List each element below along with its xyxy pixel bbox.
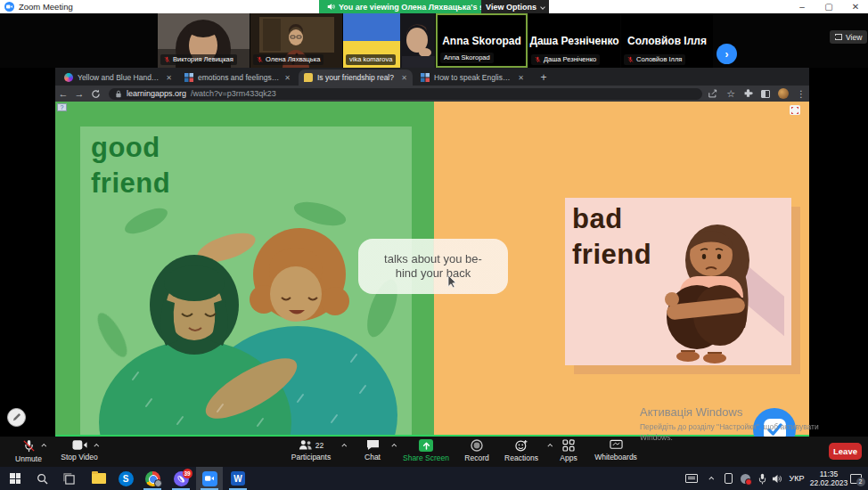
view-options-label: View Options <box>486 3 536 12</box>
video-tile-soloviov[interactable]: Соловйов Ілля Соловйов Ілля <box>621 13 713 68</box>
participant-name-label: Виктория Левицкая <box>160 54 237 65</box>
browser-tab-2[interactable]: emotions and feelings - Відпові ✕ <box>179 69 296 86</box>
help-window-icon[interactable]: ? <box>57 103 67 111</box>
tab-close-icon[interactable]: ✕ <box>284 74 291 82</box>
participant-name: Олена Ляхвацька <box>266 55 320 63</box>
browser-tab-4[interactable]: How to speak English ? To do li ✕ <box>415 69 529 86</box>
tab-close-icon[interactable]: ✕ <box>401 74 407 82</box>
good-friend-title: good friend <box>91 130 170 201</box>
video-tile-vika[interactable]: vika komarova <box>343 13 435 68</box>
leave-button[interactable]: Leave <box>829 443 862 460</box>
clock-date: 22.02.2023 <box>809 478 848 487</box>
participants-count: 22 <box>315 441 323 450</box>
participant-name: Даша Резніченко <box>544 55 596 63</box>
tab-close-icon[interactable]: ✕ <box>166 74 172 82</box>
task-view-icon <box>63 473 75 485</box>
tray-status-button[interactable] <box>736 467 754 490</box>
whiteboards-label: Whiteboards <box>594 453 637 461</box>
video-tile-viktoria[interactable]: Виктория Левицкая <box>158 13 250 68</box>
tab-title: Yellow and Blue Handwritten So <box>78 73 161 82</box>
chat-options-chevron[interactable] <box>391 444 397 449</box>
side-panel-icon[interactable] <box>761 90 770 98</box>
browser-tab-1[interactable]: Yellow and Blue Handwritten So ✕ <box>59 69 177 86</box>
tray-overflow-button[interactable] <box>704 467 720 490</box>
skype-button[interactable]: S <box>112 467 139 490</box>
stop-video-button[interactable]: Stop Video <box>57 439 102 461</box>
close-button[interactable]: ✕ <box>843 0 868 13</box>
notification-center-button[interactable]: 2 <box>845 467 866 490</box>
task-view-button[interactable] <box>55 467 82 490</box>
participants-options-chevron[interactable] <box>341 444 347 449</box>
address-bar[interactable]: learningapps.org/watch?v=p3rm433qk23 <box>109 88 702 100</box>
muted-mic-icon <box>164 56 170 63</box>
participant-name-label: Олена Ляхвацька <box>253 54 323 65</box>
zoom-taskbar-button[interactable] <box>196 467 223 490</box>
view-options-button[interactable]: View Options <box>481 0 549 13</box>
canva-favicon-icon <box>64 73 73 82</box>
tab-title: Is your friendship real? <box>317 73 397 82</box>
participants-button[interactable]: 22 Participants <box>283 439 340 461</box>
unmute-button[interactable]: Unmute <box>9 439 48 463</box>
pencil-icon <box>12 412 21 422</box>
extensions-puzzle-icon[interactable] <box>743 89 753 99</box>
chevron-down-icon <box>540 4 545 10</box>
touch-keyboard-button[interactable] <box>681 467 702 490</box>
fullscreen-icon[interactable] <box>790 105 800 115</box>
profile-avatar[interactable] <box>778 88 789 99</box>
minimize-button[interactable]: – <box>790 0 815 13</box>
zoom-icon <box>202 471 217 486</box>
reactions-button[interactable]: Reactions <box>497 439 545 462</box>
video-tile-olena[interactable]: Олена Ляхвацька <box>250 13 342 68</box>
search-icon <box>37 473 48 485</box>
clock-time: 11:35 <box>809 470 848 478</box>
view-button-label: View <box>846 33 862 42</box>
maximize-button[interactable]: ▢ <box>816 0 841 13</box>
participants-video-strip: Виктория Левицкая Олена Ляхвацька <box>0 13 868 68</box>
share-page-icon[interactable] <box>708 89 718 98</box>
annotation-pencil-button[interactable] <box>7 408 26 427</box>
taskbar-clock[interactable]: 11:35 22.02.2023 <box>809 470 848 487</box>
word-taskbar-button[interactable]: W <box>225 467 251 490</box>
participant-name: Соловйов Ілля <box>636 55 682 63</box>
start-button[interactable] <box>2 467 29 490</box>
chat-label: Chat <box>364 453 381 461</box>
tray-volume-button[interactable] <box>768 467 786 490</box>
word-icon: W <box>231 471 245 486</box>
file-explorer-button[interactable] <box>86 467 112 490</box>
new-tab-button[interactable]: + <box>536 70 551 85</box>
language-indicator[interactable]: УКР <box>784 467 809 490</box>
browser-tab-3-active[interactable]: Is your friendship real? ✕ <box>299 69 413 86</box>
browser-menu-icon[interactable]: ⋮ <box>797 89 806 99</box>
chat-bubble-favicon-icon <box>304 73 313 82</box>
status-red-dot-icon <box>741 474 750 484</box>
device-icon <box>725 473 733 484</box>
view-layout-button[interactable]: View <box>830 30 867 44</box>
shared-chrome-browser: Yellow and Blue Handwritten So ✕ emotion… <box>55 68 809 437</box>
tab-title: How to speak English ? To do li <box>434 73 513 82</box>
apps-button[interactable]: Apps <box>553 439 585 462</box>
bookmark-star-icon[interactable]: ☆ <box>726 88 735 100</box>
draggable-statement-card[interactable]: talks about you be- hind your back <box>358 239 508 294</box>
share-screen-button[interactable]: Share Screen <box>399 439 453 462</box>
next-participants-button[interactable]: › <box>717 44 737 64</box>
record-button[interactable]: Record <box>459 439 495 462</box>
tray-device-button[interactable] <box>720 467 736 490</box>
chat-bubble-icon <box>366 439 380 451</box>
reload-button[interactable] <box>91 89 101 99</box>
tab-close-icon[interactable]: ✕ <box>518 74 524 82</box>
windows-activation-watermark: Активація Windows Перейдіть до розділу "… <box>640 405 845 442</box>
back-button[interactable]: ← <box>55 88 71 99</box>
forward-button[interactable]: → <box>71 88 87 99</box>
chrome-taskbar-button[interactable] <box>139 467 166 490</box>
video-tile-anna[interactable]: Anna Skoropad Anna Skoropad <box>436 13 528 68</box>
chrome-icon <box>145 471 160 486</box>
taskbar-search-button[interactable] <box>29 467 55 490</box>
whiteboards-button[interactable]: Whiteboards <box>588 439 643 461</box>
participant-name-label: vika komarova <box>346 54 396 65</box>
viber-button[interactable]: 39 <box>168 467 194 490</box>
apps-icon <box>562 439 575 452</box>
share-screen-icon <box>419 439 433 452</box>
record-label: Record <box>464 453 488 462</box>
video-tile-dasha[interactable]: Даша Резніченко Даша Резніченко <box>528 13 620 68</box>
chat-button[interactable]: Chat <box>355 439 390 461</box>
